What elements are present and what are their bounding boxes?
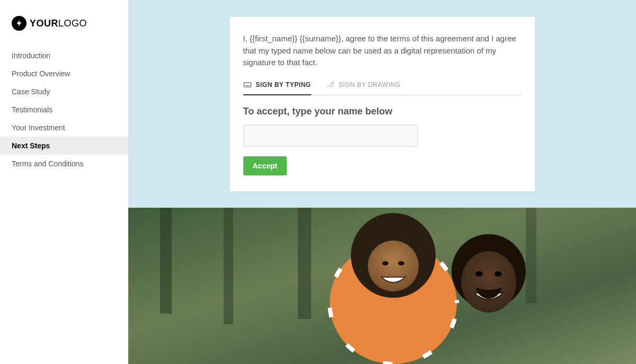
svg-point-15 [382,261,388,265]
svg-point-18 [461,251,516,313]
nav-item-case-study[interactable]: Case Study [0,83,128,101]
keyboard-icon [243,81,252,89]
accept-button[interactable]: Accept [243,156,287,175]
logo-text: YOURLOGO [30,18,87,29]
sidebar: YOURLOGO Introduction Product Overview C… [0,0,128,364]
signature-name-input[interactable] [243,125,418,147]
nav-item-introduction[interactable]: Introduction [0,47,128,65]
main-content: I, {{first_name}} {{surname}}, agree to … [128,0,636,364]
svg-rect-10 [526,208,536,303]
svg-point-14 [368,241,419,291]
tab-sign-by-typing[interactable]: SIGN BY TYPING [243,81,311,95]
nav-list: Introduction Product Overview Case Study… [0,47,128,173]
signature-section: I, {{first_name}} {{surname}}, agree to … [128,0,636,208]
tab-sign-by-drawing[interactable]: SIGN BY DRAWING [326,81,401,95]
bolt-icon [12,16,26,31]
svg-point-16 [398,261,404,265]
svg-rect-7 [160,208,172,314]
nav-item-your-investment[interactable]: Your Investment [0,119,128,137]
nav-item-terms[interactable]: Terms and Conditions [0,155,128,173]
agreement-text: I, {{first_name}} {{surname}}, agree to … [243,33,522,69]
tab-label: SIGN BY DRAWING [339,81,401,88]
signature-tabs: SIGN BY TYPING SIGN BY DRAWING [243,81,522,95]
svg-point-19 [475,271,483,277]
type-name-prompt: To accept, type your name below [243,106,522,117]
nav-item-testimonials[interactable]: Testimonials [0,101,128,119]
tab-label: SIGN BY TYPING [256,81,311,88]
signature-card: I, {{first_name}} {{surname}}, agree to … [230,17,535,191]
pen-icon [326,81,334,89]
svg-rect-9 [298,208,311,319]
svg-rect-8 [224,208,233,324]
hero-image [128,208,636,364]
nav-item-product-overview[interactable]: Product Overview [0,65,128,83]
logo: YOURLOGO [0,16,128,47]
svg-rect-0 [244,83,251,87]
nav-item-next-steps[interactable]: Next Steps [0,137,128,155]
svg-point-20 [494,271,502,277]
